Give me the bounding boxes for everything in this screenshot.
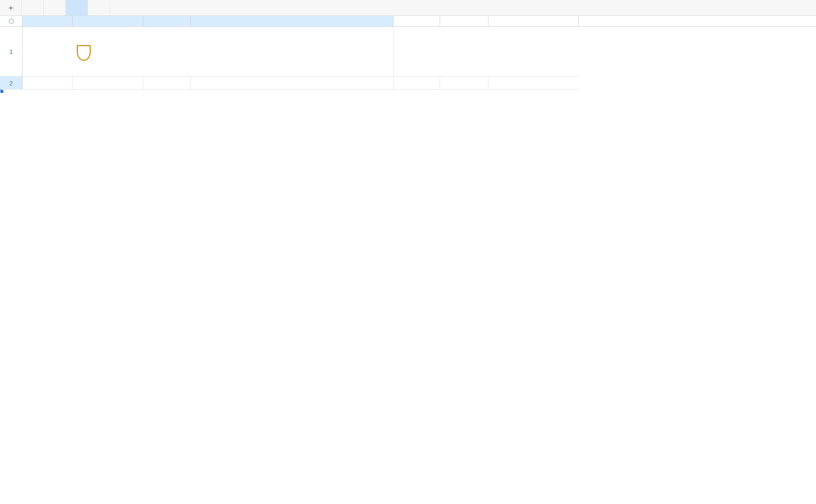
column-header-B[interactable]: [73, 16, 143, 26]
column-header-G[interactable]: [488, 16, 578, 26]
header-description[interactable]: [73, 77, 143, 90]
column-header-F[interactable]: [440, 16, 488, 26]
plus-icon: ＋: [7, 2, 15, 13]
column-header-D[interactable]: [191, 16, 393, 26]
grid-row-2: 2: [0, 77, 816, 90]
row-header-2[interactable]: 2: [0, 77, 23, 90]
select-all-corner[interactable]: [0, 16, 23, 26]
column-header-row: [0, 16, 816, 27]
selection-top-dot: [0, 90, 4, 93]
header-amount[interactable]: [143, 77, 191, 90]
row-header-1[interactable]: 1: [0, 27, 23, 77]
grid-row-1: 1: [0, 27, 816, 77]
sheet-tab-1[interactable]: [44, 0, 66, 15]
sheet-tab-0[interactable]: [22, 0, 44, 15]
sheet-tab-3[interactable]: [88, 0, 110, 15]
circle-icon: [8, 18, 14, 24]
header-category[interactable]: [191, 77, 393, 90]
cell-F2[interactable]: [440, 77, 488, 90]
svg-point-0: [9, 19, 13, 23]
page-title[interactable]: [143, 27, 393, 77]
column-header-C[interactable]: [143, 16, 191, 26]
promo-text[interactable]: [393, 27, 578, 77]
new-sheet-button[interactable]: ＋: [0, 0, 22, 15]
sheet-tab-2[interactable]: [66, 0, 88, 15]
bench-logo: [75, 42, 91, 61]
header-date[interactable]: [23, 77, 73, 90]
selection-rectangle: [0, 90, 2, 91]
spreadsheet-grid: 1 2: [0, 16, 816, 504]
column-header-A[interactable]: [23, 16, 73, 26]
cell-G2[interactable]: [488, 77, 578, 90]
logo-cell[interactable]: [23, 27, 143, 77]
header-daterange[interactable]: [393, 77, 440, 90]
shield-icon: [77, 45, 91, 61]
column-header-E[interactable]: [393, 16, 440, 26]
sheet-tab-bar: ＋: [0, 0, 816, 16]
